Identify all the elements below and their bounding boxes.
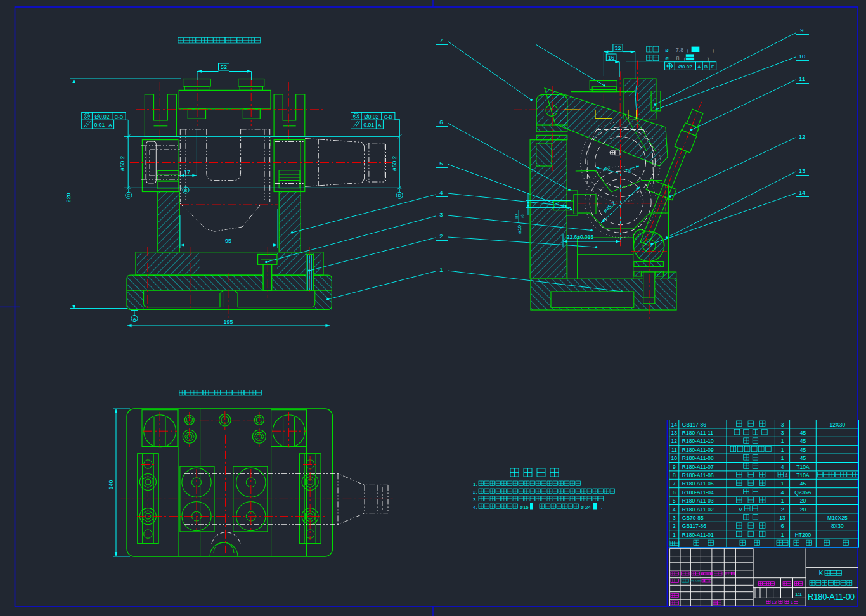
svg-text:13: 13 xyxy=(671,430,678,436)
svg-text:9: 9 xyxy=(673,464,676,470)
svg-text:T10A: T10A xyxy=(796,464,810,470)
svg-text:8: 8 xyxy=(676,55,679,61)
svg-text:12: 12 xyxy=(799,133,806,140)
svg-text:12: 12 xyxy=(772,600,777,605)
svg-text:C: C xyxy=(127,193,130,198)
svg-text:14: 14 xyxy=(671,421,678,428)
svg-text:ø10: ø10 xyxy=(517,225,522,234)
svg-text:r6: r6 xyxy=(520,214,524,218)
svg-text:11: 11 xyxy=(799,75,805,82)
svg-text:R180-A11-02: R180-A11-02 xyxy=(682,506,714,513)
svg-text:7.8: 7.8 xyxy=(676,47,684,53)
svg-text:ø: ø xyxy=(665,55,669,61)
svg-text:ø50.2: ø50.2 xyxy=(119,156,126,171)
svg-text:5: 5 xyxy=(439,160,443,167)
svg-text:8: 8 xyxy=(673,472,676,478)
svg-text:R180-A11-11: R180-A11-11 xyxy=(682,430,714,436)
svg-text:4.: 4. xyxy=(473,504,477,510)
svg-text:A: A xyxy=(378,122,381,128)
svg-text:R180-A11-07: R180-A11-07 xyxy=(682,464,714,470)
svg-text:D: D xyxy=(398,193,401,198)
svg-text:ø: ø xyxy=(665,47,669,53)
svg-text:16: 16 xyxy=(608,55,614,61)
svg-text:.: . xyxy=(601,504,602,510)
svg-text:Ø0.02: Ø0.02 xyxy=(678,64,692,70)
svg-text:F: F xyxy=(711,64,714,70)
svg-text:A: A xyxy=(108,122,112,128)
svg-text:ø16: ø16 xyxy=(520,504,529,510)
svg-text:1: 1 xyxy=(781,438,784,444)
svg-text:45: 45 xyxy=(800,430,806,436)
svg-text:0.01: 0.01 xyxy=(94,122,105,128)
svg-text:B: B xyxy=(704,64,708,70)
svg-text:ø 24: ø 24 xyxy=(581,504,591,510)
svg-text:R180-A11-04: R180-A11-04 xyxy=(682,489,714,496)
svg-text:7: 7 xyxy=(673,480,676,487)
svg-text:R180-A11-00: R180-A11-00 xyxy=(808,592,855,601)
svg-text:C-D: C-D xyxy=(384,114,393,120)
svg-text:4: 4 xyxy=(785,472,788,478)
svg-text:4: 4 xyxy=(781,464,784,470)
svg-text:5: 5 xyxy=(673,497,676,504)
svg-text:140: 140 xyxy=(108,480,114,489)
svg-text:R180-A11-09: R180-A11-09 xyxy=(682,447,714,453)
svg-text:17: 17 xyxy=(184,169,190,176)
svg-text:R180-A11-01: R180-A11-01 xyxy=(682,532,714,538)
svg-text:2: 2 xyxy=(439,233,443,240)
svg-text:1: 1 xyxy=(781,532,784,538)
svg-text:20: 20 xyxy=(800,497,806,504)
svg-text:6: 6 xyxy=(439,119,443,125)
svg-text:K: K xyxy=(819,570,824,577)
svg-text:2: 2 xyxy=(673,523,676,529)
svg-text:45: 45 xyxy=(800,480,806,487)
svg-text:R180-A11-06: R180-A11-06 xyxy=(682,472,714,478)
svg-text:T10A: T10A xyxy=(796,472,810,478)
svg-text:1: 1 xyxy=(673,532,676,538)
svg-text:20: 20 xyxy=(800,506,806,513)
svg-text:Q235A: Q235A xyxy=(794,489,811,496)
svg-text:H7: H7 xyxy=(515,214,519,219)
svg-text:8X30: 8X30 xyxy=(831,523,844,529)
svg-text:13: 13 xyxy=(799,167,806,174)
svg-text:V: V xyxy=(739,506,742,513)
svg-text:Ø0.02: Ø0.02 xyxy=(94,113,109,120)
svg-text:195: 195 xyxy=(223,319,233,325)
svg-text:1.: 1. xyxy=(473,482,477,487)
svg-text:45: 45 xyxy=(800,455,806,461)
svg-text:3: 3 xyxy=(781,430,784,436)
svg-text:GB117-86: GB117-86 xyxy=(682,523,706,529)
svg-text:1: 1 xyxy=(781,455,784,461)
svg-text:32: 32 xyxy=(614,45,621,51)
svg-text:12: 12 xyxy=(671,438,678,444)
svg-text:1: 1 xyxy=(781,497,784,504)
svg-text:1: 1 xyxy=(781,447,784,453)
svg-text:R180-A11-03: R180-A11-03 xyxy=(682,497,714,504)
svg-text:R180-A11-10: R180-A11-10 xyxy=(682,438,714,444)
svg-text:9: 9 xyxy=(800,27,803,34)
svg-text:52: 52 xyxy=(221,64,227,70)
svg-text:11: 11 xyxy=(671,447,677,453)
svg-text:6: 6 xyxy=(781,523,784,529)
svg-text:03.6.20: 03.6.20 xyxy=(690,579,701,583)
svg-text:1: 1 xyxy=(439,266,443,273)
svg-text:45: 45 xyxy=(800,447,806,453)
svg-text:3: 3 xyxy=(439,211,443,218)
svg-text:A: A xyxy=(697,64,701,70)
svg-text:4: 4 xyxy=(781,489,784,496)
svg-text:22.6±0.015: 22.6±0.015 xyxy=(567,234,594,240)
svg-text:7: 7 xyxy=(439,37,443,44)
svg-text:4: 4 xyxy=(439,189,443,196)
svg-text:3.: 3. xyxy=(473,497,477,503)
svg-text:3: 3 xyxy=(781,421,784,428)
svg-text:2.: 2. xyxy=(473,489,477,495)
svg-text:10: 10 xyxy=(671,455,678,461)
svg-text:6: 6 xyxy=(673,489,676,496)
svg-text:HT200: HT200 xyxy=(795,532,811,538)
svg-text:R180-A11-05: R180-A11-05 xyxy=(682,480,714,487)
svg-text:45: 45 xyxy=(800,438,806,444)
svg-text:B: B xyxy=(184,188,188,193)
svg-text:220: 220 xyxy=(65,193,72,202)
svg-text:(: ( xyxy=(687,48,689,53)
svg-text:0.01: 0.01 xyxy=(364,122,375,128)
svg-text:14: 14 xyxy=(799,189,806,196)
